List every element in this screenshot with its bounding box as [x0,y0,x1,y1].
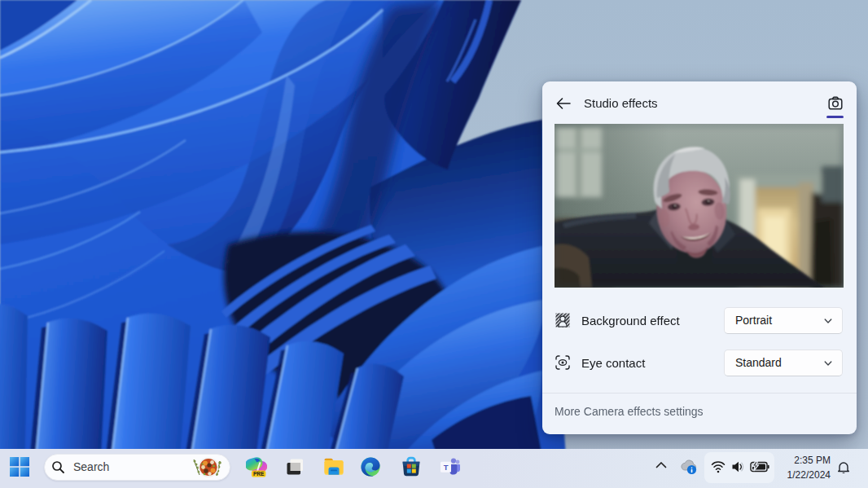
svg-text:T: T [444,463,449,472]
svg-text:PRE: PRE [253,471,265,477]
